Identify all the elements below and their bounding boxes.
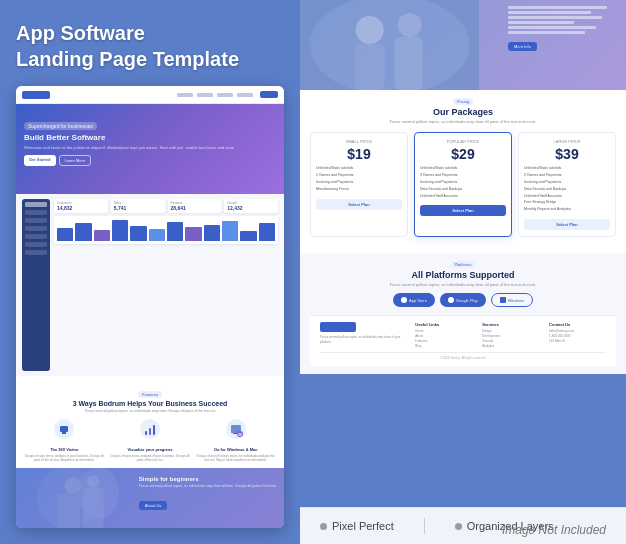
bottom-cta-title: Simple for beginners	[139, 476, 276, 482]
feature-text-1: Groups of topic items, analysis of your …	[24, 454, 105, 462]
android-icon	[448, 297, 454, 303]
platforms-section: Platforms All Platforms Supported Focus …	[300, 253, 626, 374]
footer-strip: Focus several pullout topics, so individ…	[310, 315, 616, 366]
svg-point-21	[356, 16, 384, 44]
feature-item: Data Security and Backups	[524, 186, 610, 193]
left-panel: App Software Landing Page Template Super…	[0, 0, 300, 544]
feature-item: Unlimited Staff Accounts	[524, 193, 610, 200]
feature-title-2: Visualize your progress	[110, 447, 191, 452]
platform-buttons: App Store Google Play Windows	[310, 293, 616, 307]
select-plan-button-popular[interactable]: Select Plan	[420, 205, 506, 216]
sidebar-item	[25, 218, 47, 223]
feature-card-2: Visualize your progress Groups of topic …	[110, 418, 191, 462]
svg-rect-24	[395, 37, 423, 90]
overlay-lines	[508, 6, 618, 34]
features-grid: The 360 Visitor Groups of topic items, a…	[24, 418, 276, 462]
stat-value: 12,432	[227, 205, 275, 211]
feature-item: 5 Games and Payments	[524, 172, 610, 179]
feature-text-3: Groups of any of today's topics, for ind…	[195, 454, 276, 462]
feature-text-2: Groups of topic items, analysis of your …	[110, 454, 191, 462]
svg-rect-27	[500, 297, 506, 303]
pricing-subtitle: Focus several pullout topics, so individ…	[310, 119, 616, 124]
footer-col-title-contact: Contact Us	[549, 322, 606, 327]
stat-card: Growth 12,432	[224, 199, 278, 213]
pricing-cards: Small Price $19 Unlimited Basic tutorial…	[310, 132, 616, 237]
windows-icon	[500, 297, 506, 303]
footer-link[interactable]: 123 Main St	[549, 339, 606, 344]
svg-text:W: W	[238, 431, 242, 436]
plan-label-small: Small Price	[316, 139, 402, 144]
title-line2: Landing Page Template	[16, 48, 239, 70]
pricing-section: Pricing Our Packages Focus several pullo…	[300, 90, 626, 253]
chart-bar	[240, 231, 256, 241]
footer-col-services: Services Design Development Security Ana…	[482, 322, 539, 348]
svg-rect-23	[355, 44, 385, 90]
bottom-cta-button[interactable]: About Us	[139, 501, 167, 510]
footer-copyright: © 2024 Startup. All rights reserved.	[320, 352, 606, 360]
features-badge: Features	[138, 391, 162, 398]
features-subtitle: Focus several pullout topics, so individ…	[24, 409, 276, 413]
svg-rect-5	[149, 428, 151, 435]
feature-item: 1 Games and Payments	[316, 172, 402, 179]
page-title: App Software Landing Page Template	[16, 20, 284, 72]
svg-point-20	[310, 0, 470, 90]
left-preview-card: Supercharged for businesses Build Better…	[16, 86, 284, 528]
feature-item: Manufacturing Forms	[316, 186, 402, 193]
footer-link[interactable]: Analytics	[482, 344, 539, 349]
top-image-people	[300, 0, 479, 90]
features-list-large: Unlimited Basic tutorials 5 Games and Pa…	[524, 165, 610, 213]
feature-item: Free Strategy Bridge	[524, 199, 610, 206]
app-store-label: App Store	[409, 298, 427, 303]
svg-rect-4	[145, 431, 147, 435]
stat-value: 5,741	[114, 205, 162, 211]
features-list-popular: Unlimited Basic tutorials 3 Games and Pa…	[420, 165, 506, 199]
nav-link	[217, 93, 233, 97]
hero-secondary-button[interactable]: Learn More	[59, 155, 91, 166]
price-small: $19	[316, 147, 402, 161]
bottom-content: Simple for beginners Focus several pullo…	[16, 468, 284, 519]
select-plan-button-large[interactable]: Select Plan	[524, 219, 610, 230]
footer-link[interactable]: Blog	[415, 344, 472, 349]
image-not-included-label: Image Not Included	[502, 520, 606, 538]
windows-button[interactable]: Windows	[491, 293, 533, 307]
google-play-button[interactable]: Google Play	[440, 293, 486, 307]
mini-nav	[16, 86, 284, 104]
feature-card-1: The 360 Visitor Groups of topic items, a…	[24, 418, 105, 462]
overlay-line	[508, 6, 607, 9]
footer-columns: Focus several pullout topics, so individ…	[320, 322, 606, 348]
windows-label: Windows	[508, 298, 524, 303]
overlay-line	[508, 26, 596, 29]
sidebar-item	[25, 234, 47, 239]
select-plan-button-small[interactable]: Select Plan	[316, 199, 402, 210]
svg-rect-2	[62, 432, 66, 434]
feature-item: Invoicing and Payments	[420, 179, 506, 186]
hero-subtitle: Whenever and faster at the problems elap…	[24, 145, 276, 151]
footer-col-title-links: Useful Links	[415, 322, 472, 327]
footer-tagline: Focus several pullout topics, so individ…	[320, 335, 405, 344]
nav-link	[177, 93, 193, 97]
chart-area	[54, 216, 278, 244]
nav-logo	[22, 91, 50, 99]
right-top-image: More Info	[300, 0, 626, 90]
features-list-small: Unlimited Basic tutorials 1 Games and Pa…	[316, 165, 402, 193]
stat-card: Customers 14,832	[54, 199, 108, 213]
sidebar-item	[25, 250, 47, 255]
nav-cta-button[interactable]	[260, 91, 278, 98]
pricing-card-large: Large Price $39 Unlimited Basic tutorial…	[518, 132, 616, 237]
feature-item: Unlimited Basic tutorials	[524, 165, 610, 172]
chart-bar	[185, 227, 201, 241]
chart-bar	[204, 225, 220, 242]
nav-link	[197, 93, 213, 97]
hero-section: Supercharged for businesses Build Better…	[16, 104, 284, 194]
hero-primary-button[interactable]: Get Started	[24, 155, 56, 166]
features-section: Features 3 Ways Bodrum Helps Your Busine…	[16, 376, 284, 468]
platforms-subtitle: Focus several pullout topics, so individ…	[310, 282, 616, 287]
badge-pixel-perfect: Pixel Perfect	[320, 520, 394, 532]
apple-icon	[401, 297, 407, 303]
app-store-button[interactable]: App Store	[393, 293, 435, 307]
sidebar-item	[25, 210, 47, 215]
hero-buttons: Get Started Learn More	[24, 155, 276, 166]
more-info-button[interactable]: More Info	[508, 42, 537, 51]
main-container: App Software Landing Page Template Super…	[0, 0, 626, 544]
svg-rect-1	[60, 426, 68, 432]
